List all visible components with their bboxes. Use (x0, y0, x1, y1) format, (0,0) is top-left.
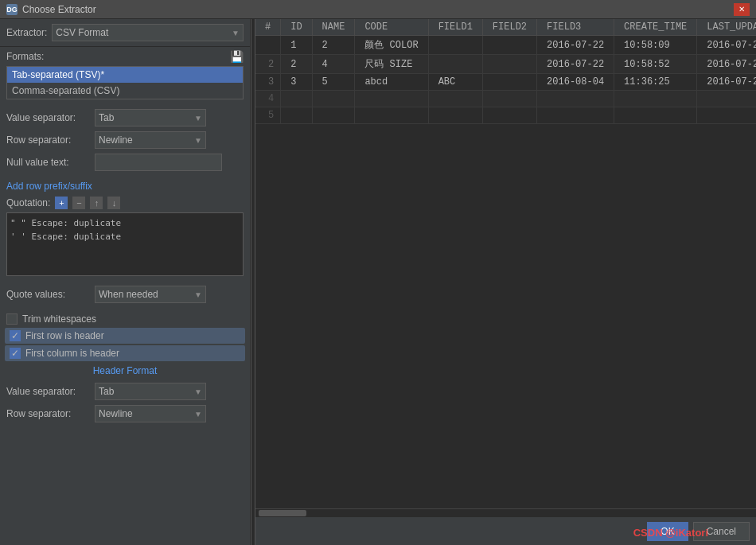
cell-f1-3: ABC (428, 74, 482, 91)
row-separator-label: Row separator: (6, 134, 90, 146)
cell-f5-2: 2016-07-22 10:58:52 (697, 55, 756, 74)
format-item-csv[interactable]: Comma-separated (CSV) (7, 83, 243, 99)
trim-whitespaces-row[interactable]: Trim whitespaces (0, 311, 250, 327)
right-panel: # ID NAME CODE FIELD1 FIELD2 FIELD3 CREA… (255, 19, 756, 545)
value-sep2-arrow: ▼ (194, 387, 202, 396)
col-header-name: NAME (312, 19, 355, 36)
quote-values-arrow: ▼ (194, 290, 202, 299)
preview-table: # ID NAME CODE FIELD1 FIELD2 FIELD3 CREA… (255, 19, 756, 124)
table-row-empty-4: 4 (255, 91, 756, 107)
formats-label: Formats: (6, 51, 44, 62)
extractor-row: Extractor: CSV Format ▼ (0, 19, 250, 47)
value-sep-arrow: ▼ (194, 114, 202, 123)
cell-f2-2 (482, 55, 536, 74)
cell-empty-5-2 (312, 107, 355, 124)
quotation-add-btn[interactable]: + (55, 197, 68, 209)
cell-f4-3: 11:36:25 (614, 74, 697, 91)
quotation-item-2[interactable]: ' ' Escape: duplicate (10, 230, 240, 243)
window-title: Choose Extractor (22, 4, 96, 15)
cell-f4-1: 2016-07-22 10:58:09 (697, 36, 756, 55)
cell-code-3: abcd (355, 74, 428, 91)
table-row: 3 3 5 abcd ABC 2016-08-04 11:36:25 2016-… (255, 74, 756, 91)
cell-f4-2: 10:58:52 (614, 55, 697, 74)
value-separator-select[interactable]: Tab ▼ (95, 109, 206, 127)
extractor-label: Extractor: (6, 27, 47, 38)
header-format-section: Header Format (0, 362, 250, 380)
cell-empty-5-7 (614, 107, 697, 124)
col-header-last-update: LAST_UPDATE (697, 19, 756, 36)
col-header-field1: FIELD1 (428, 19, 482, 36)
value-separator-value: Tab (99, 112, 114, 123)
cell-name-2: 4 (312, 55, 355, 74)
quotation-list: " " Escape: duplicate ' ' Escape: duplic… (6, 212, 244, 276)
null-value-input[interactable] (95, 154, 222, 171)
col-header-create-time: CREATE_TIME (614, 19, 697, 36)
quotation-header: Quotation: + − ↑ ↓ (0, 193, 250, 212)
cell-f5-3: 2016-07-29 10:05:05 (697, 74, 756, 91)
table-row: 2 2 4 尺码 SIZE 2016-07-22 10:58:52 2016-0… (255, 55, 756, 74)
horizontal-scrollbar[interactable] (255, 508, 756, 516)
cell-empty-5-4 (428, 107, 482, 124)
cell-id-3: 3 (281, 74, 312, 91)
quotation-down-btn[interactable]: ↓ (107, 197, 120, 209)
cell-empty-4-1 (281, 91, 312, 107)
null-value-label: Null value text: (6, 157, 90, 168)
close-button[interactable]: ✕ (734, 3, 750, 16)
quotation-remove-btn[interactable]: − (72, 197, 85, 209)
cell-name-1: 颜色 COLOR (355, 36, 428, 55)
first-row-header-row[interactable]: ✓ First row is header (5, 328, 245, 344)
main-container: Extractor: CSV Format ▼ Formats: 💾 Tab-s… (0, 19, 756, 545)
header-format-link[interactable]: Header Format (87, 364, 164, 378)
value-separator-section: Value separator: Tab ▼ Row separator: Ne… (0, 106, 250, 179)
quotation-up-btn[interactable]: ↑ (90, 197, 103, 209)
cell-f1-2 (428, 55, 482, 74)
value-separator-row: Value separator: Tab ▼ (6, 109, 244, 127)
cell-empty-5-3 (355, 107, 428, 124)
cell-empty-5-1 (281, 107, 312, 124)
cell-id-1: 2 (312, 36, 355, 55)
save-formats-icon[interactable]: 💾 (230, 50, 244, 63)
format-item-tsv[interactable]: Tab-separated (TSV)* (7, 67, 243, 83)
cell-code-1 (428, 36, 482, 55)
row-separator-value2: Newline (99, 408, 133, 419)
bottom-separators-section: Value separator: Tab ▼ Row separator: Ne… (0, 380, 250, 430)
cell-empty-4-5 (482, 91, 536, 107)
row-num-2: 3 (255, 74, 281, 91)
trim-whitespaces-checkbox[interactable] (6, 313, 18, 325)
cell-f2-3 (482, 74, 536, 91)
scroll-thumb[interactable] (259, 510, 306, 516)
value-separator-select2[interactable]: Tab ▼ (95, 383, 206, 400)
cell-empty-4-4 (428, 91, 482, 107)
title-bar: DG Choose Extractor ✕ (0, 0, 756, 19)
add-row-prefix-link[interactable]: Add row prefix/suffix (0, 179, 250, 193)
value-separator-label2: Value separator: (6, 386, 90, 397)
row-separator-select2[interactable]: Newline ▼ (95, 405, 206, 422)
cell-empty-5-5 (482, 107, 536, 124)
extractor-value: CSV Format (56, 27, 108, 38)
cell-empty-4-2 (312, 91, 355, 107)
quotation-item-1[interactable]: " " Escape: duplicate (10, 216, 240, 230)
cell-empty-5-8 (697, 107, 756, 124)
preview-table-container[interactable]: # ID NAME CODE FIELD1 FIELD2 FIELD3 CREA… (255, 19, 756, 508)
title-bar-left: DG Choose Extractor (6, 4, 96, 15)
col-header-field2: FIELD2 (482, 19, 536, 36)
quote-values-row: Quote values: When needed ▼ (6, 286, 244, 303)
extractor-select[interactable]: CSV Format ▼ (52, 24, 244, 41)
watermark: CSDN @iKatori (633, 527, 708, 539)
left-panel: Extractor: CSV Format ▼ Formats: 💾 Tab-s… (0, 19, 251, 545)
first-row-header-checkbox[interactable]: ✓ (10, 330, 21, 341)
quote-values-select[interactable]: When needed ▼ (95, 286, 206, 303)
cell-hash: 1 (281, 36, 312, 55)
row-num-1: 2 (255, 55, 281, 74)
formats-header: Formats: 💾 (0, 47, 250, 66)
col-header-code: CODE (355, 19, 428, 36)
formats-list: Tab-separated (TSV)* Comma-separated (CS… (6, 66, 244, 99)
row-sep2-arrow: ▼ (194, 410, 202, 418)
first-column-header-checkbox[interactable]: ✓ (10, 348, 21, 359)
col-header-field3: FIELD3 (537, 19, 614, 36)
trim-whitespaces-label: Trim whitespaces (22, 313, 96, 325)
first-column-header-row[interactable]: ✓ First column is header (5, 345, 245, 361)
row-separator-select[interactable]: Newline ▼ (95, 131, 206, 149)
col-header-id: ID (281, 19, 312, 36)
cell-code-2: 尺码 SIZE (355, 55, 428, 74)
